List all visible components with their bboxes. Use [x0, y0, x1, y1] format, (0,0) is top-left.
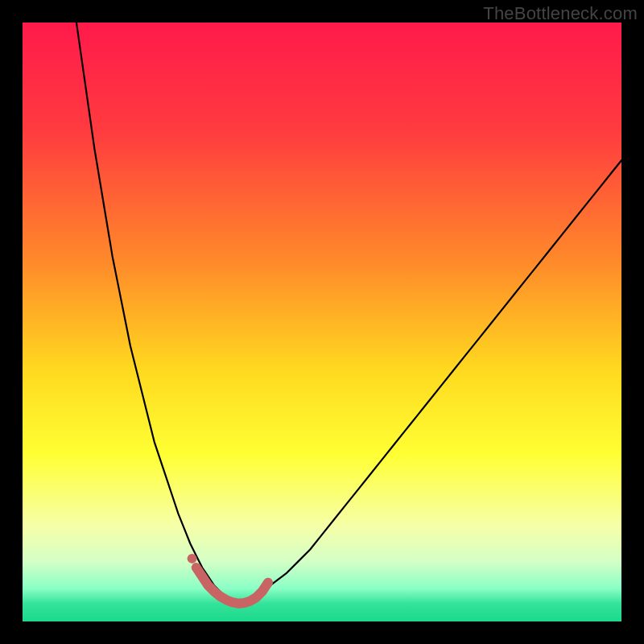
bottleneck-chart	[23, 23, 621, 621]
chart-frame	[23, 23, 621, 621]
gradient-background	[23, 23, 621, 621]
series-highlight-dot	[188, 554, 197, 564]
watermark-text: TheBottleneck.com	[483, 3, 638, 24]
